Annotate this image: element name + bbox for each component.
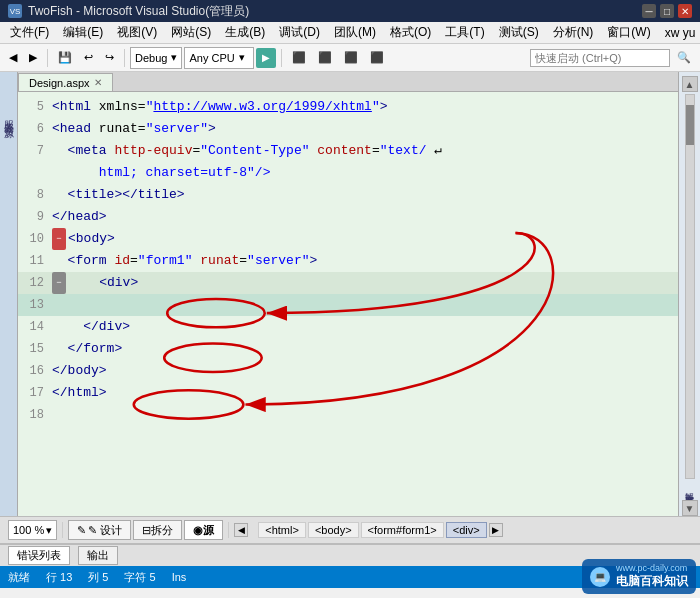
status-col: 列 5 [88,570,108,585]
code-line-14: 14 </div> [18,316,678,338]
expand-icon-10: − [52,228,66,250]
breadcrumb-prev[interactable]: ◀ [234,523,248,537]
code-line-5: 5 <html xmlns="http://www.w3.org/1999/xh… [18,96,678,118]
search-button[interactable]: 🔍 [672,47,696,69]
scroll-track[interactable] [685,94,695,479]
toolbar-back[interactable]: ◀ [4,47,22,69]
vs-icon: VS [8,4,22,18]
menu-edit[interactable]: 编辑(E) [57,22,109,43]
breadcrumb-next[interactable]: ▶ [489,523,503,537]
quick-search-input[interactable] [530,49,670,67]
right-scrollbar: ▲ 解决方案资源管理器 ▼ [678,72,700,516]
code-editor[interactable]: Design.aspx ✕ 5 <html xmlns="http://www.… [18,72,678,516]
status-char: 字符 5 [124,570,155,585]
menu-debug[interactable]: 调试(D) [273,22,326,43]
run-button[interactable]: ▶ [256,48,276,68]
scroll-down-button[interactable]: ▼ [682,500,698,516]
code-line-8: 8 <title></title> [18,184,678,206]
debug-dropdown[interactable]: Debug ▾ [130,47,182,69]
menu-format[interactable]: 格式(O) [384,22,437,43]
cpu-dropdown[interactable]: Any CPU ▾ [184,47,254,69]
code-line-18: 18 [18,404,678,426]
title-bar-left: VS TwoFish - Microsoft Visual Studio(管理员… [8,3,249,20]
code-line-9: 9 </head> [18,206,678,228]
watermark-icon: 💻 [590,567,610,587]
window-controls: ─ □ ✕ [642,4,692,18]
code-line-15: 15 </form> [18,338,678,360]
output-tab[interactable]: 输出 [78,546,118,565]
sep-tabs [228,522,229,538]
code-line-11: 11 <form id="form1" runat="server"> [18,250,678,272]
tab-close-icon[interactable]: ✕ [94,77,102,88]
scroll-thumb[interactable] [686,105,694,145]
code-line-17: 17 </html> [18,382,678,404]
toolbar-undo[interactable]: ↩ [79,47,98,69]
split-tab[interactable]: ⊟ 拆分 [133,520,182,540]
toolbar-btn3[interactable]: ⬛ [339,47,363,69]
close-button[interactable]: ✕ [678,4,692,18]
bottom-tabs-bar: 100 % ▾ ✎ ✎ 设计 ⊟ 拆分 ◉ 源 ◀ <html> <body> … [0,516,700,544]
toolbar-btn1[interactable]: ⬛ [287,47,311,69]
sep-zoom [62,522,63,538]
toolbar-save[interactable]: 💾 [53,47,77,69]
toolbar-forward[interactable]: ▶ [24,47,42,69]
tab-bar: Design.aspx ✕ [18,72,678,92]
sidebar-label: 服务器资源 [2,112,16,122]
status-ready: 就绪 [8,570,30,585]
design-aspx-tab[interactable]: Design.aspx ✕ [18,73,113,91]
main-area: 服务器资源 Design.aspx ✕ 5 <html xmlns="http:… [0,72,700,516]
breadcrumb-form[interactable]: <form#form1> [361,522,444,538]
toolbar-redo[interactable]: ↪ [100,47,119,69]
breadcrumb-body[interactable]: <body> [308,522,359,538]
title-bar: VS TwoFish - Microsoft Visual Studio(管理员… [0,0,700,22]
code-line-12: 12 − <div> [18,272,678,294]
status-ins: Ins [172,571,187,583]
code-line-10: 10 − <body> [18,228,678,250]
left-sidebar: 服务器资源 [0,72,18,516]
menu-window[interactable]: 窗口(W) [601,22,656,43]
menu-website[interactable]: 网站(S) [165,22,217,43]
sidebar-right-label: 解决方案资源管理器 [683,485,696,494]
scroll-up-button[interactable]: ▲ [682,76,698,92]
toolbar-btn4[interactable]: ⬛ [365,47,389,69]
menu-user[interactable]: xw yu [659,24,700,42]
menu-analyze[interactable]: 分析(N) [547,22,600,43]
code-line-13: 13 [18,294,678,316]
source-tab[interactable]: ◉ 源 [184,520,223,540]
window-title: TwoFish - Microsoft Visual Studio(管理员) [28,3,249,20]
menu-bar: 文件(F) 编辑(E) 视图(V) 网站(S) 生成(B) 调试(D) 团队(M… [0,22,700,44]
code-line-6: 6 <head runat="server"> [18,118,678,140]
sep3 [281,49,282,67]
breadcrumb: <html> <body> <form#form1> <div> [258,522,486,538]
code-line-7: 7 <meta http-equiv="Content-Type" conten… [18,140,678,162]
code-line-16: 16 </body> [18,360,678,382]
zoom-control[interactable]: 100 % ▾ [8,520,57,540]
menu-team[interactable]: 团队(M) [328,22,382,43]
code-content: 5 <html xmlns="http://www.w3.org/1999/xh… [18,92,678,516]
menu-test[interactable]: 测试(S) [493,22,545,43]
design-tab[interactable]: ✎ ✎ 设计 [68,520,131,540]
error-list-tab[interactable]: 错误列表 [8,546,70,565]
menu-tools[interactable]: 工具(T) [439,22,490,43]
sep2 [124,49,125,67]
quick-search-area: 🔍 [530,47,696,69]
breadcrumb-html[interactable]: <html> [258,522,306,538]
watermark-badge: 💻 www.pc-daily.com 电脑百科知识 [582,559,696,594]
toolbar: ◀ ▶ 💾 ↩ ↪ Debug ▾ Any CPU ▾ ▶ ⬛ ⬛ ⬛ ⬛ 🔍 [0,44,700,72]
sep1 [47,49,48,67]
minimize-button[interactable]: ─ [642,4,656,18]
restore-button[interactable]: □ [660,4,674,18]
toolbar-btn2[interactable]: ⬛ [313,47,337,69]
code-line-7b: html; charset=utf-8"/> [18,162,678,184]
menu-file[interactable]: 文件(F) [4,22,55,43]
menu-view[interactable]: 视图(V) [111,22,163,43]
status-row: 行 13 [46,570,72,585]
breadcrumb-div[interactable]: <div> [446,522,487,538]
watermark-text: www.pc-daily.com 电脑百科知识 [616,563,688,590]
expand-icon-12: − [52,272,66,294]
menu-build[interactable]: 生成(B) [219,22,271,43]
